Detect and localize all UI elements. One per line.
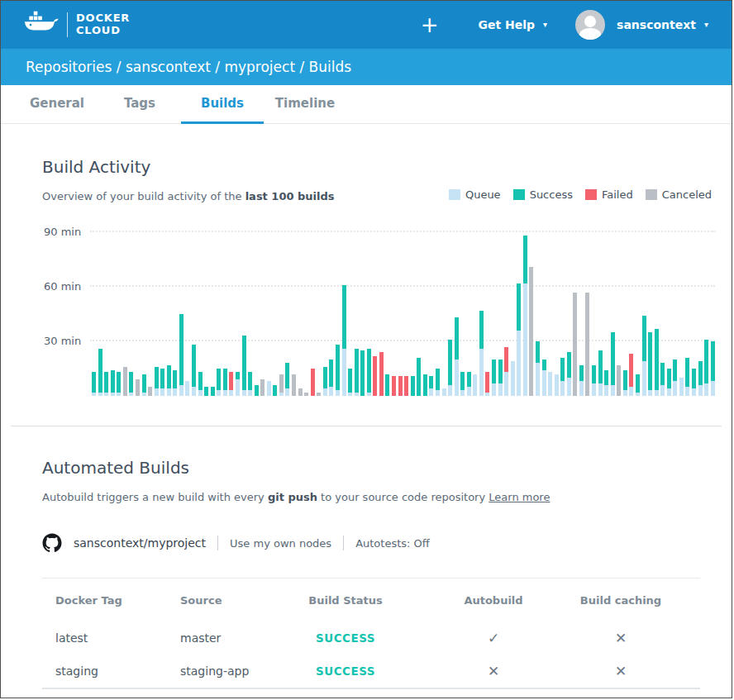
get-help-menu[interactable]: Get Help ▾	[478, 18, 547, 31]
build-bar[interactable]	[598, 350, 603, 396]
tab-timeline[interactable]: Timeline	[264, 85, 346, 124]
build-bar[interactable]	[248, 372, 252, 396]
build-bar[interactable]	[298, 388, 303, 396]
build-bar[interactable]	[592, 365, 596, 396]
build-bar[interactable]	[667, 369, 671, 396]
build-bar[interactable]	[555, 374, 559, 396]
build-bar[interactable]	[192, 345, 196, 396]
build-status-cell[interactable]: SUCCESS	[279, 631, 412, 645]
docker-cloud-logo[interactable]: DOCKER CLOUD	[24, 10, 130, 40]
build-bar[interactable]	[242, 336, 246, 396]
build-bar[interactable]	[311, 369, 315, 396]
build-bar[interactable]	[323, 367, 327, 396]
build-bar[interactable]	[329, 360, 333, 396]
build-bar[interactable]	[636, 374, 640, 396]
build-bar[interactable]	[404, 376, 408, 396]
build-bar[interactable]	[548, 372, 552, 396]
build-bar[interactable]	[398, 376, 403, 396]
build-bar[interactable]	[198, 372, 203, 396]
build-bar[interactable]	[179, 314, 184, 396]
build-bar[interactable]	[392, 376, 396, 396]
build-bar[interactable]	[98, 349, 102, 396]
build-bar[interactable]	[123, 367, 127, 396]
build-bar[interactable]	[260, 379, 265, 396]
build-bar[interactable]	[448, 340, 452, 396]
build-bar[interactable]	[692, 369, 696, 396]
autotests-status[interactable]: Autotests: Off	[355, 537, 430, 550]
build-bar[interactable]	[436, 369, 440, 396]
build-bar[interactable]	[129, 372, 133, 396]
build-status-cell[interactable]: SUCCESS	[279, 664, 412, 678]
build-bar[interactable]	[498, 360, 503, 396]
build-bar[interactable]	[492, 360, 496, 396]
build-bar[interactable]	[217, 369, 221, 396]
build-bar[interactable]	[473, 374, 477, 396]
source-repo-name[interactable]: sanscontext/myproject	[74, 536, 206, 550]
build-bar[interactable]	[367, 349, 371, 396]
build-bar[interactable]	[704, 340, 708, 396]
build-bar[interactable]	[267, 381, 271, 396]
build-bar[interactable]	[273, 385, 277, 396]
build-bar[interactable]	[529, 267, 533, 396]
create-plus-button[interactable]: +	[421, 14, 439, 36]
build-bar[interactable]	[236, 372, 240, 396]
build-bar[interactable]	[617, 365, 621, 396]
build-bar[interactable]	[517, 283, 521, 396]
build-bar[interactable]	[136, 379, 140, 396]
build-bar[interactable]	[385, 374, 389, 396]
build-bar[interactable]	[479, 311, 484, 396]
build-bar[interactable]	[292, 374, 296, 396]
build-bar[interactable]	[223, 369, 227, 396]
autobuild-toggle[interactable]: ✕	[412, 663, 575, 679]
build-bar[interactable]	[455, 317, 459, 396]
build-bar[interactable]	[442, 388, 446, 396]
build-bar[interactable]	[285, 363, 289, 396]
build-bar[interactable]	[660, 363, 665, 396]
build-bar[interactable]	[417, 358, 421, 396]
build-bar[interactable]	[585, 293, 589, 396]
build-bar[interactable]	[255, 385, 259, 396]
build-bar[interactable]	[429, 376, 433, 396]
build-bar[interactable]	[142, 374, 146, 396]
build-bar[interactable]	[373, 356, 377, 396]
build-bar[interactable]	[629, 354, 633, 396]
build-bar[interactable]	[342, 285, 346, 396]
build-bar[interactable]	[511, 361, 515, 396]
build-bar[interactable]	[673, 360, 677, 396]
autobuild-toggle[interactable]: ✓	[412, 630, 575, 646]
build-bar[interactable]	[485, 372, 489, 396]
build-bar[interactable]	[460, 372, 465, 396]
build-bar[interactable]	[611, 332, 615, 396]
build-bar[interactable]	[360, 350, 365, 396]
build-bar[interactable]	[685, 358, 689, 396]
build-bar[interactable]	[160, 369, 164, 396]
build-bar[interactable]	[523, 236, 527, 396]
build-bar[interactable]	[111, 370, 115, 396]
build-bar[interactable]	[279, 374, 284, 396]
learn-more-link[interactable]: Learn more	[489, 491, 550, 503]
build-bar[interactable]	[167, 365, 171, 396]
build-bar[interactable]	[155, 367, 159, 396]
tab-tags[interactable]: Tags	[98, 85, 181, 124]
build-caching-toggle[interactable]: ✕	[575, 630, 693, 646]
build-bar[interactable]	[536, 341, 540, 396]
build-bar[interactable]	[92, 372, 96, 396]
build-bar[interactable]	[573, 293, 577, 396]
build-bar[interactable]	[623, 370, 627, 396]
build-bar[interactable]	[579, 365, 584, 396]
build-bar[interactable]	[348, 369, 352, 396]
build-bar[interactable]	[567, 352, 571, 396]
build-bar[interactable]	[642, 316, 646, 396]
build-bar[interactable]	[411, 376, 415, 396]
tab-builds[interactable]: Builds	[181, 85, 264, 124]
build-bar[interactable]	[679, 378, 684, 396]
table-row[interactable]: staging staging-app SUCCESS ✕ ✕	[42, 655, 700, 688]
build-bar[interactable]	[117, 372, 121, 396]
build-bar[interactable]	[560, 358, 565, 396]
build-bar[interactable]	[204, 387, 208, 396]
build-bar[interactable]	[648, 332, 652, 396]
breadcrumb[interactable]: Repositories / sanscontext / myproject /…	[1, 49, 732, 85]
build-bar[interactable]	[304, 393, 308, 396]
build-bar[interactable]	[604, 370, 608, 396]
user-menu[interactable]: sanscontext ▾	[575, 10, 708, 40]
